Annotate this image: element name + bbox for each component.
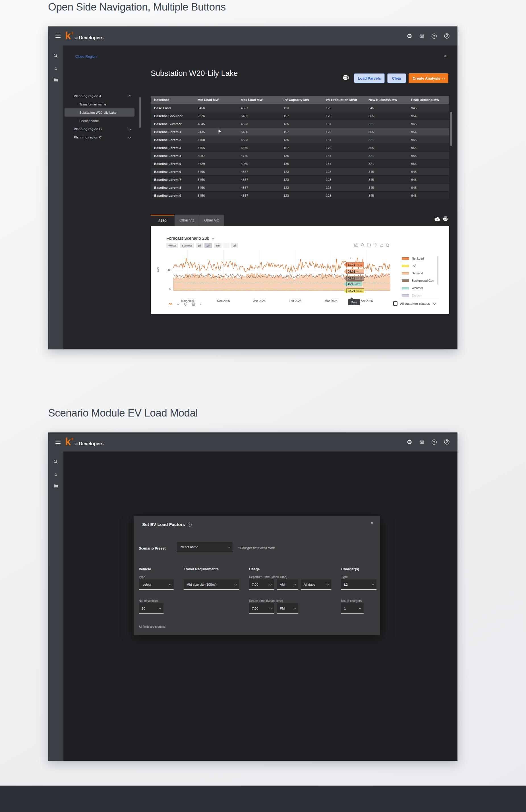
nav-tree-item[interactable]: Transformer name [64,100,134,108]
plug-icon[interactable] [184,302,187,306]
clear-button[interactable]: Clear [387,73,406,83]
help-icon[interactable]: ? [432,33,437,39]
legend-item[interactable]: Demand [402,272,434,275]
resize-handle-icon[interactable]: ↔ [349,255,353,260]
help-icon[interactable]: ? [432,439,437,445]
column-header[interactable]: Baselines [151,98,194,102]
column-header[interactable]: Min Load MW [194,98,237,102]
folder-icon[interactable] [48,78,63,82]
departure-ampm-select[interactable]: AM [277,579,298,590]
page-footer-band [0,785,526,812]
search-icon[interactable] [48,460,63,464]
legend-item[interactable]: Background Gen [402,279,434,282]
info-icon[interactable]: i [188,523,192,526]
nav-tree-item[interactable]: Planning region A [64,92,134,100]
table-row[interactable]: Baseline Lorem 4 4987 4740 135 187 321 9… [151,151,449,160]
nav-item-label: Feeder name [79,119,99,122]
search-icon[interactable] [48,54,63,58]
charger-type-select[interactable]: L2 [341,579,377,590]
table-row[interactable]: Baseline Lorem 1 2435 5436 157 176 365 9… [151,128,449,136]
mail-icon[interactable]: ✉ [419,439,424,446]
menu-icon[interactable] [56,440,61,444]
scenario-preset-select[interactable]: Preset name [177,542,233,552]
grid-icon[interactable]: ▦ [192,302,195,306]
vehicle-type-select[interactable]: -select- [139,579,174,590]
tab-8760[interactable]: 8760 [151,215,174,226]
travel-requirements-select[interactable]: Mid-size city (100mi) [184,579,239,590]
legend-item[interactable]: Net Load [402,257,434,260]
settings-icon[interactable]: ⚙ [407,439,412,446]
home-icon[interactable]: ⌂ [48,472,63,477]
account-icon[interactable] [444,439,450,445]
cell-pv-production: 187 [322,122,365,126]
nav-tree-item[interactable]: Planning region B [64,125,134,133]
column-header[interactable]: Peak Demand MW [408,98,449,102]
table-row[interactable]: Baseline Summer 4645 4523 135 187 321 96… [151,120,449,128]
tab-other-viz-2[interactable]: Other Viz [199,215,224,226]
nav-tree-item[interactable]: Substation W20-Lily Lake [64,108,134,117]
filter-icon[interactable]: ≡ [177,302,179,306]
load-parcels-button[interactable]: Load Parcels [354,73,385,83]
tab-other-viz-1[interactable]: Other Viz [175,215,199,226]
column-header[interactable]: PV Capacity MW [280,98,322,102]
customer-classes-label: All customer classes [400,302,430,305]
logo-plus-icon: + [71,436,74,442]
app-bar: k+ for Developers ⚙ ✉ ? [48,27,457,45]
menu-icon[interactable] [56,34,61,38]
table-row[interactable]: Baseline Lorem 5 4729 4950 135 187 321 9… [151,160,449,168]
table-row[interactable]: Baseline Shoulder 2376 5432 157 176 365 … [151,112,449,120]
close-icon[interactable]: × [444,53,447,59]
cell-pv-production: 176 [322,146,365,149]
departure-time-select[interactable]: 7:00 [249,579,274,590]
table-row[interactable]: Base Load 3456 4567 123 123 345 945 [151,104,449,112]
no-of-chargers-select[interactable]: 1 [341,603,364,613]
table-row[interactable]: Baseline Lorem 3 4765 5875 157 176 365 9… [151,144,449,151]
column-header[interactable]: New Business MW [365,98,408,102]
return-ampm-select[interactable]: PM [277,603,298,613]
table-scrollbar[interactable] [450,112,452,146]
x-tick-label: Feb 2025 [285,299,305,303]
cell-max-load: 4523 [237,122,280,126]
legend-item[interactable]: Weather [402,286,434,290]
departure-days-select[interactable]: All days [301,579,331,590]
nav-tree-item[interactable]: Feeder name [64,117,134,125]
table-row[interactable]: Baseline Lorem 8 3456 4567 123 123 345 9… [151,184,449,191]
account-icon[interactable] [444,33,450,39]
cell-pv-production: 176 [322,130,365,134]
close-region-link[interactable]: Close Region [75,55,97,59]
cell-max-load: 4523 [237,138,280,142]
x-tick-label: Mar 2025 [321,299,341,303]
create-analysis-button[interactable]: Create Analysis [409,73,448,83]
legend-item[interactable]: PV [402,264,434,267]
mail-icon[interactable]: ✉ [419,33,424,40]
chevron-down-icon[interactable] [433,302,436,304]
app-logo[interactable]: k+ for Developers [65,435,103,448]
line-chart-icon[interactable] [168,303,173,306]
close-icon[interactable]: × [371,521,373,526]
nav-tree-item[interactable]: Planning region C [64,133,134,141]
return-time-select[interactable]: 7:00 [249,603,274,613]
legend-item[interactable]: Carbon [402,294,434,297]
baselines-table: Base Load 3456 4567 123 123 345 945 Base… [151,104,449,199]
music-note-icon[interactable]: ♪ [200,302,202,306]
table-row[interactable]: Baseline Lorem 6 3456 4567 123 123 345 9… [151,168,449,175]
settings-icon[interactable]: ⚙ [407,33,412,40]
cell-pv-capacity: 123 [280,178,322,182]
column-header[interactable]: PV Production MWh [322,98,365,102]
nav-scrollbar[interactable] [139,97,141,128]
table-row[interactable]: Baseline Lorem 2 4768 4523 135 187 321 9… [151,136,449,144]
tag-value: 08.01 [348,270,355,273]
download-icon[interactable] [434,217,440,221]
legend-scrollbar[interactable] [437,256,438,285]
table-row[interactable]: Baseline Lorem 7 3456 4567 123 123 345 9… [151,175,449,184]
print-chart-icon[interactable] [443,216,448,221]
print-icon[interactable] [342,75,349,81]
folder-icon[interactable] [48,484,63,488]
legend-swatch [402,257,409,260]
home-icon[interactable]: ⌂ [48,66,63,71]
customer-classes-checkbox[interactable] [393,301,397,306]
column-header[interactable]: Max Load MW [237,98,280,102]
table-row[interactable]: Baseline Lorem 9 3456 4567 123 123 345 9… [151,191,449,199]
app-logo[interactable]: k+ for Developers [65,29,103,42]
no-of-vehicles-select[interactable]: 20 [139,603,163,613]
